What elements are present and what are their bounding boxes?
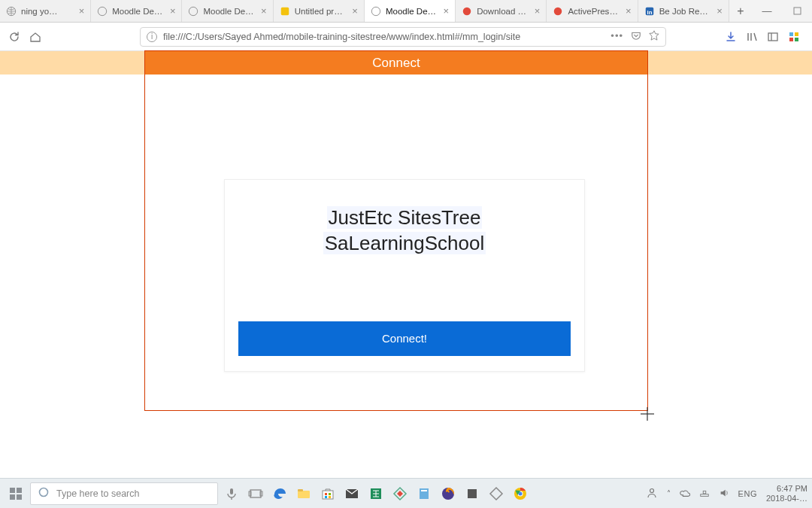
globe-icon xyxy=(188,6,198,17)
url-field[interactable]: i file:///C:/Users/Sayed Ahmed/mobile-tr… xyxy=(140,27,666,47)
minimize-button[interactable]: — xyxy=(752,0,782,22)
svg-marker-42 xyxy=(490,488,502,500)
atomi-icon xyxy=(462,6,472,17)
app-icon-4[interactable] xyxy=(486,483,507,504)
svg-rect-20 xyxy=(10,494,15,500)
tray-volume-icon[interactable] xyxy=(719,488,729,500)
svg-rect-23 xyxy=(230,488,233,494)
library-icon[interactable] xyxy=(746,31,758,43)
bookmark-star-icon[interactable] xyxy=(649,30,659,43)
connect-button[interactable]: Connect! xyxy=(238,321,571,356)
slides-icon xyxy=(280,6,290,17)
more-icon[interactable]: ••• xyxy=(611,30,623,43)
tab-0[interactable]: ning yo… × xyxy=(0,0,91,22)
cortana-icon xyxy=(38,487,49,500)
tab-label: ning yo… xyxy=(21,7,73,16)
tab-label: Be Job Ready xyxy=(659,7,711,16)
svg-rect-19 xyxy=(17,488,22,493)
mic-icon[interactable] xyxy=(221,483,242,504)
extension-icon[interactable] xyxy=(788,31,800,43)
info-icon[interactable]: i xyxy=(147,32,157,42)
app-icon-3[interactable] xyxy=(462,483,483,504)
close-icon[interactable]: × xyxy=(533,6,542,16)
tray-cloud-icon[interactable] xyxy=(680,488,690,500)
clock-date: 2018-04-… xyxy=(766,494,807,503)
taskbar-search[interactable]: Type here to search xyxy=(30,482,218,505)
store-icon[interactable] xyxy=(317,483,338,504)
sidebar-icon[interactable] xyxy=(767,31,779,43)
toolbar-right xyxy=(725,31,800,43)
site-title-line2: SaLearningSchool xyxy=(323,232,486,254)
svg-point-46 xyxy=(650,488,653,492)
tab-2[interactable]: Moodle Desktop × xyxy=(182,0,273,22)
close-icon[interactable]: × xyxy=(259,6,268,16)
page-viewport: Connect JustEtc SitesTree SaLearningScho… xyxy=(0,51,812,478)
reload-icon[interactable] xyxy=(8,30,21,44)
browser-tab-strip: ning yo… × Moodle Desktop × Moodle Deskt… xyxy=(0,0,812,23)
close-icon[interactable]: × xyxy=(350,6,359,16)
svg-rect-27 xyxy=(298,491,310,498)
svg-rect-12 xyxy=(789,32,793,36)
svg-rect-15 xyxy=(795,38,798,41)
url-text: file:///C:/Users/Sayed Ahmed/mobile-trai… xyxy=(163,32,604,42)
people-icon[interactable] xyxy=(646,487,658,500)
tab-label: Download - At… xyxy=(477,7,529,16)
tab-6[interactable]: ActivePresente… × xyxy=(547,0,638,22)
maximize-button[interactable] xyxy=(782,0,812,22)
svg-text:in: in xyxy=(647,8,652,15)
site-title-line1: JustEtc SitesTree xyxy=(327,206,483,229)
tray-overflow-icon[interactable]: ˄ xyxy=(667,489,671,497)
close-icon[interactable]: × xyxy=(624,6,633,16)
close-icon[interactable]: × xyxy=(715,6,724,16)
clock-time: 6:47 PM xyxy=(766,484,807,493)
svg-rect-3 xyxy=(280,7,289,15)
new-tab-button[interactable]: + xyxy=(729,0,752,22)
globe-icon xyxy=(97,6,108,17)
tab-label: Untitled presen… xyxy=(295,7,347,16)
svg-point-1 xyxy=(98,7,107,15)
download-icon[interactable] xyxy=(725,31,737,43)
svg-rect-18 xyxy=(10,488,15,493)
pocket-icon[interactable] xyxy=(631,30,641,43)
close-icon[interactable]: × xyxy=(442,6,451,16)
app-icon-1[interactable] xyxy=(389,483,411,504)
svg-rect-47 xyxy=(700,494,708,496)
language-indicator[interactable]: ENG xyxy=(738,489,757,498)
close-icon[interactable]: × xyxy=(168,6,177,16)
svg-rect-28 xyxy=(298,489,303,491)
close-icon[interactable]: × xyxy=(77,6,86,16)
edge-icon[interactable] xyxy=(269,483,290,504)
home-icon[interactable] xyxy=(29,30,42,44)
task-view-icon[interactable] xyxy=(245,483,266,504)
tab-4-active[interactable]: Moodle Desktop × xyxy=(365,0,456,22)
excel-icon[interactable] xyxy=(365,483,386,504)
tray-network-icon[interactable] xyxy=(699,488,710,500)
moodle-app-frame: Connect JustEtc SitesTree SaLearningScho… xyxy=(145,51,647,410)
svg-rect-13 xyxy=(795,32,798,36)
svg-rect-10 xyxy=(768,33,777,41)
svg-rect-14 xyxy=(789,38,793,41)
svg-point-22 xyxy=(40,488,48,497)
taskbar-clock[interactable]: 6:47 PM 2018-04-… xyxy=(766,484,807,502)
globe-icon xyxy=(371,6,381,17)
app-header-title: Connect xyxy=(372,56,420,71)
tab-3[interactable]: Untitled presen… × xyxy=(274,0,365,22)
svg-rect-48 xyxy=(703,491,706,494)
atomi-icon xyxy=(553,6,563,17)
file-explorer-icon[interactable] xyxy=(293,483,314,504)
mail-icon[interactable] xyxy=(341,483,362,504)
tab-5[interactable]: Download - At… × xyxy=(456,0,547,22)
start-button[interactable] xyxy=(5,482,27,505)
site-title: JustEtc SitesTree SaLearningSchool xyxy=(238,205,571,257)
svg-point-6 xyxy=(554,7,562,15)
svg-marker-37 xyxy=(397,491,403,497)
tab-7[interactable]: in Be Job Ready × xyxy=(638,0,729,22)
svg-rect-9 xyxy=(794,8,801,14)
globe-icon xyxy=(6,6,17,17)
app-icon-2[interactable] xyxy=(414,483,435,504)
chrome-icon[interactable] xyxy=(510,483,531,504)
tab-1[interactable]: Moodle Desktop × xyxy=(91,0,182,22)
crosshair-cursor-icon xyxy=(641,407,654,421)
svg-rect-39 xyxy=(421,490,427,491)
firefox-icon[interactable] xyxy=(438,483,459,504)
